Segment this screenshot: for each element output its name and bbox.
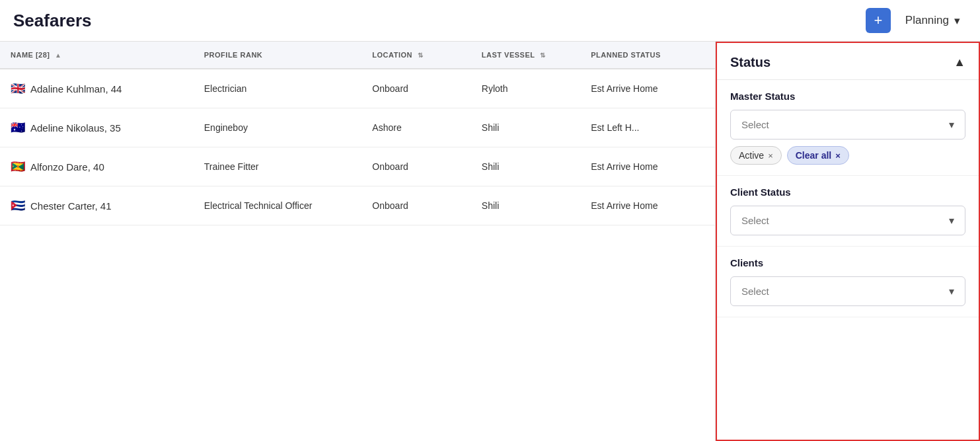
table-area: NAME [28] ▲ PROFILE RANK LOCATION ⇅ LAST… — [0, 42, 716, 441]
client-status-placeholder: Select — [741, 215, 769, 226]
name-label-0: Adaline Kuhlman, 44 — [30, 83, 122, 95]
sort-vessel-icon: ⇅ — [540, 52, 546, 59]
clients-placeholder: Select — [741, 286, 769, 297]
filter-section-client-status: Client Status Select ▾ — [717, 176, 979, 247]
header: Seafarers + Planning ▾ — [0, 0, 980, 42]
flag-icon-2: 🇬🇩 — [11, 159, 25, 174]
col-name-label: NAME [28] — [11, 51, 50, 59]
clients-title: Clients — [730, 257, 965, 268]
master-status-title: Master Status — [730, 91, 965, 102]
vessel-cell-3: Shili — [471, 186, 580, 225]
sort-name-icon: ▲ — [55, 52, 61, 59]
name-cell-3: 🇨🇺 Chester Carter, 41 — [0, 186, 194, 225]
status-cell-3: Est Arrive Home — [580, 186, 715, 225]
master-status-tags: Active × Clear all × — [730, 146, 965, 165]
main-content: NAME [28] ▲ PROFILE RANK LOCATION ⇅ LAST… — [0, 42, 980, 441]
location-cell-0: Onboard — [361, 69, 471, 108]
table-row[interactable]: 🇬🇩 Alfonzo Dare, 40 Trainee Fitter Onboa… — [0, 147, 715, 186]
filter-title: Status — [730, 55, 771, 70]
col-status-label: PLANNED STATUS — [591, 51, 661, 59]
location-cell-1: Ashore — [361, 108, 471, 147]
active-tag: Active × — [730, 146, 782, 165]
filter-panel: Status ▲ Master Status Select ▾ Active ×… — [716, 42, 980, 441]
col-header-status: PLANNED STATUS — [580, 42, 715, 69]
col-header-name[interactable]: NAME [28] ▲ — [0, 42, 194, 69]
col-header-rank[interactable]: PROFILE RANK — [194, 42, 362, 69]
active-tag-remove[interactable]: × — [768, 151, 773, 161]
page-title: Seafarers — [13, 11, 858, 31]
clear-all-remove[interactable]: × — [835, 151, 841, 161]
name-label-1: Adeline Nikolaus, 35 — [30, 122, 121, 134]
planning-dropdown[interactable]: Planning ▾ — [899, 10, 967, 32]
filter-section-clients: Clients Select ▾ — [717, 247, 979, 317]
col-rank-label: PROFILE RANK — [204, 51, 263, 59]
page: Seafarers + Planning ▾ NAME [28] ▲ PROFI… — [0, 0, 980, 441]
active-tag-label: Active — [739, 150, 764, 161]
table-row[interactable]: 🇨🇺 Chester Carter, 41 Electrical Technic… — [0, 186, 715, 225]
vessel-cell-2: Shili — [471, 147, 580, 186]
rank-cell-0: Electrician — [194, 69, 362, 108]
planning-label: Planning — [905, 14, 949, 27]
client-status-select[interactable]: Select ▾ — [730, 206, 965, 235]
name-cell-2: 🇬🇩 Alfonzo Dare, 40 — [0, 147, 194, 186]
col-header-vessel[interactable]: LAST VESSEL ⇅ — [471, 42, 580, 69]
master-status-select[interactable]: Select ▾ — [730, 110, 965, 140]
rank-cell-2: Trainee Fitter — [194, 147, 362, 186]
filter-header: Status ▲ — [717, 43, 979, 80]
col-location-label: LOCATION — [372, 51, 412, 59]
filter-collapse-button[interactable]: ▲ — [954, 56, 965, 69]
planning-chevron-icon: ▾ — [954, 14, 960, 28]
master-status-chevron-icon: ▾ — [949, 118, 954, 131]
table-row[interactable]: 🇬🇧 Adaline Kuhlman, 44 Electrician Onboa… — [0, 69, 715, 108]
clear-all-label: Clear all — [796, 150, 831, 161]
name-label-3: Chester Carter, 41 — [30, 200, 112, 212]
rank-cell-1: Engineboy — [194, 108, 362, 147]
flag-icon-1: 🇦🇺 — [11, 120, 25, 135]
clients-chevron-icon: ▾ — [949, 285, 954, 298]
status-cell-1: Est Left H... — [580, 108, 715, 147]
seafarers-table: NAME [28] ▲ PROFILE RANK LOCATION ⇅ LAST… — [0, 42, 715, 225]
clear-all-tag[interactable]: Clear all × — [787, 146, 849, 165]
status-cell-0: Est Arrive Home — [580, 69, 715, 108]
master-status-placeholder: Select — [741, 119, 769, 130]
client-status-chevron-icon: ▾ — [949, 214, 954, 227]
add-seafarer-button[interactable]: + — [866, 8, 891, 33]
clients-select[interactable]: Select ▾ — [730, 276, 965, 306]
location-cell-3: Onboard — [361, 186, 471, 225]
filter-section-master-status: Master Status Select ▾ Active × Clear al… — [717, 80, 979, 176]
vessel-cell-0: Ryloth — [471, 69, 580, 108]
table-header-row: NAME [28] ▲ PROFILE RANK LOCATION ⇅ LAST… — [0, 42, 715, 69]
table-row[interactable]: 🇦🇺 Adeline Nikolaus, 35 Engineboy Ashore… — [0, 108, 715, 147]
col-header-location[interactable]: LOCATION ⇅ — [361, 42, 471, 69]
name-label-2: Alfonzo Dare, 40 — [30, 161, 104, 173]
status-cell-2: Est Arrive Home — [580, 147, 715, 186]
vessel-cell-1: Shili — [471, 108, 580, 147]
flag-icon-0: 🇬🇧 — [11, 81, 25, 96]
sort-location-icon: ⇅ — [418, 52, 424, 59]
rank-cell-3: Electrical Technical Officer — [194, 186, 362, 225]
client-status-title: Client Status — [730, 186, 965, 198]
location-cell-2: Onboard — [361, 147, 471, 186]
name-cell-1: 🇦🇺 Adeline Nikolaus, 35 — [0, 108, 194, 147]
name-cell-0: 🇬🇧 Adaline Kuhlman, 44 — [0, 69, 194, 108]
col-vessel-label: LAST VESSEL — [482, 51, 535, 59]
flag-icon-3: 🇨🇺 — [11, 198, 25, 213]
